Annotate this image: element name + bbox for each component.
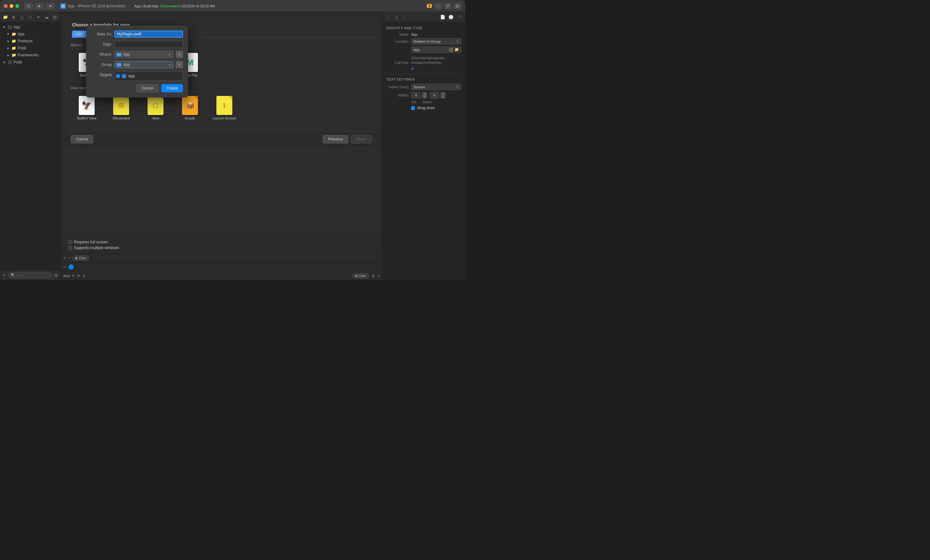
tree-item-pods-root[interactable]: ▶ ⬛ Pods — [0, 58, 60, 66]
rp-file-icon[interactable]: 📄 — [439, 14, 447, 21]
indent-width-up[interactable]: ▲ — [440, 92, 445, 95]
group-label: Group — [91, 62, 112, 67]
warning-icon-btn[interactable]: △ — [18, 14, 26, 21]
tab-stepper-btns: ▲ ▼ — [422, 92, 427, 98]
eye-icon[interactable]: 👁 — [77, 274, 81, 278]
tab-width-input[interactable] — [411, 92, 421, 98]
swiftui-doc-icon: 🦅 — [79, 96, 95, 115]
template-view[interactable]: □ View — [140, 94, 171, 123]
run-button[interactable]: ▶ — [35, 3, 44, 9]
fullscreen-button[interactable] — [15, 4, 19, 8]
tree-arrow-app2: ▶ — [6, 32, 10, 36]
debug-icon-btn[interactable]: ☁ — [43, 14, 50, 21]
path-clear-btn[interactable]: ✕ — [449, 48, 453, 52]
split-view-button[interactable]: ⇄ — [444, 3, 452, 9]
grid-view-icon[interactable]: ⊞ — [372, 274, 375, 278]
info-icon[interactable]: ℹ — [83, 274, 85, 278]
tab-width-down[interactable]: ▼ — [422, 95, 427, 98]
requires-full-screen-checkbox[interactable] — [68, 240, 72, 244]
close-button[interactable] — [4, 4, 8, 8]
fullpath-label: Full Path — [386, 61, 409, 65]
tree-label-pods-root: Pods — [13, 60, 22, 65]
warning-badge[interactable]: 2 — [427, 4, 432, 8]
indent-width-down[interactable]: ▼ — [440, 95, 445, 98]
search-icon-btn[interactable]: ⊗ — [10, 14, 17, 21]
tree-item-frameworks[interactable]: ▶ 📁 Frameworks — [0, 52, 60, 58]
rp-warning-icon[interactable]: △ — [393, 14, 400, 21]
template-empty[interactable]: 📦 Empty — [174, 94, 206, 123]
saveas-input[interactable] — [114, 31, 183, 38]
filter-badge-right[interactable]: ◉ Filter — [352, 273, 369, 278]
swift-file-icon2: ⬛ — [8, 60, 12, 65]
add-button[interactable]: + — [434, 3, 442, 9]
folder-icon-btn[interactable]: 📁 — [2, 14, 9, 21]
filter-badge-btn[interactable]: ◉ Filter — [72, 255, 89, 261]
tree-item-app-root[interactable]: ▶ ⬛ App — [0, 23, 60, 31]
remove-file-btn[interactable]: − — [68, 255, 70, 261]
report-icon-btn[interactable]: ▤ — [51, 14, 59, 21]
source-control-icon-btn[interactable]: ◇ — [27, 14, 34, 21]
sidebar-view-options[interactable]: ⊞ — [54, 273, 58, 277]
widths-label: Widths — [386, 93, 409, 97]
wrap-lines-row: ✓ Wrap lines — [411, 106, 461, 110]
indent-stepper: ▲ ▼ — [430, 92, 445, 98]
tree-item-pods[interactable]: ▶ 📁 Pods — [0, 45, 60, 52]
tree-arrow-app: ▶ — [3, 25, 6, 29]
add-file-btn[interactable]: + — [63, 255, 66, 261]
tree-label-pods: Pods — [17, 46, 26, 50]
toolbar-icons: + ⇄ ▤ — [434, 3, 461, 9]
location-dropdown[interactable]: Relative to Group ▼ — [411, 38, 461, 45]
rp-help-icon[interactable]: ? — [456, 14, 463, 21]
filter-circle-icon: ◉ — [75, 256, 78, 260]
finish-button[interactable]: Finish — [351, 135, 372, 143]
template-launch-screen[interactable]: ℹ Launch Screen — [208, 94, 240, 123]
auto-selector[interactable]: Auto ⇅ — [63, 274, 74, 278]
requires-full-screen-label: Requires full screen — [74, 240, 108, 244]
empty-doc-icon: 📦 — [182, 96, 198, 115]
saveas-create-btn[interactable]: Create — [161, 84, 183, 92]
sidebar-toggle-button[interactable]: ☰ — [24, 3, 33, 9]
supports-multiple-windows-checkbox[interactable] — [68, 246, 72, 250]
template-swiftui-view[interactable]: 🦅 SwiftUI View — [71, 94, 103, 123]
where-dropdown[interactable]: App ▼ — [114, 51, 173, 58]
tab-ios[interactable]: iOS — [72, 31, 87, 38]
group-dropdown-btn[interactable]: ▼ — [176, 61, 183, 68]
saveas-cancel-btn[interactable]: Cancel — [136, 84, 159, 92]
group-dropdown[interactable]: App ▼ — [114, 61, 173, 68]
previous-button[interactable]: Previous — [323, 135, 348, 143]
app-icon: A — [60, 3, 66, 9]
panels-button[interactable]: ▤ — [454, 3, 461, 9]
group-value: App — [123, 62, 166, 67]
where-expand: ▼ — [168, 53, 171, 56]
indent-width-input[interactable] — [430, 92, 439, 98]
list-view-icon[interactable]: ≡ — [377, 274, 380, 278]
sidebar-filter-input[interactable]: 🔍 Filter — [8, 272, 52, 278]
tags-input[interactable] — [114, 41, 183, 48]
template-storyboard[interactable]: ⊞ Storyboard — [105, 94, 137, 123]
rp-history-icon[interactable]: 🕐 — [447, 14, 455, 21]
wrap-lines-checkbox[interactable]: ✓ — [411, 106, 415, 110]
indent-using-row: Indent Using Spaces ▼ — [386, 84, 461, 90]
tab-width-up[interactable]: ▲ — [422, 92, 427, 95]
breakpoints-icon-btn[interactable]: ✦ — [35, 14, 42, 21]
add-item-btn[interactable]: + — [3, 272, 5, 278]
tree-label-products: Products — [17, 39, 32, 43]
minimize-button[interactable] — [9, 4, 13, 8]
tree-label-frameworks: Frameworks — [17, 53, 38, 57]
name-row: Name App — [386, 32, 461, 36]
rp-nav-back[interactable]: ‹ — [384, 14, 392, 21]
indent-using-label: Indent Using — [386, 85, 409, 89]
indent-using-dropdown[interactable]: Spaces ▼ — [411, 84, 461, 90]
rp-nav-forward[interactable]: › — [401, 14, 409, 21]
cancel-button[interactable]: Cancel — [71, 135, 93, 143]
tree-item-app[interactable]: ▶ 📁 App — [0, 31, 60, 38]
path-input[interactable]: App ✕ 📁 — [411, 46, 461, 53]
target-app-checkbox[interactable]: ✓ — [116, 74, 120, 78]
tree-item-products[interactable]: ▶ 📁 Products — [0, 38, 60, 45]
stop-button[interactable]: ■ — [46, 3, 55, 9]
path-browse-icon[interactable]: 📁 — [454, 48, 459, 52]
fullpath-clear-btn[interactable]: ⊗ — [411, 67, 414, 71]
project-name: App — [68, 4, 74, 8]
where-dropdown-btn[interactable]: ▼ — [176, 51, 183, 58]
titlebar-right: 2 + ⇄ ▤ — [427, 3, 461, 9]
